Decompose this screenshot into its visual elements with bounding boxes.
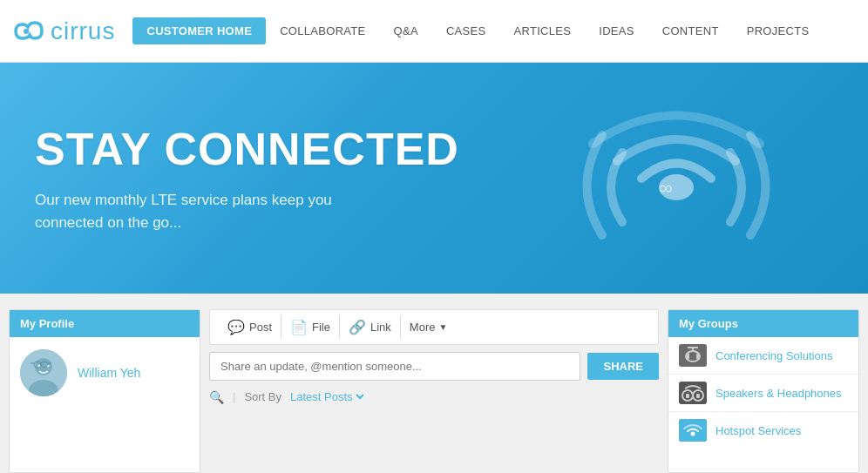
sort-row: 🔍 | Sort By Latest Posts	[209, 389, 659, 404]
feed-panel: 💬 Post 📄 File 🔗 Link More ▼ SHARE 🔍 | So	[209, 309, 659, 473]
svg-rect-20	[696, 394, 700, 398]
group-icon	[679, 419, 707, 442]
profile-panel: My Profile William Yeh	[9, 309, 200, 473]
group-item[interactable]: Hotspot Services	[668, 412, 858, 449]
nav-item-cases[interactable]: CASES	[432, 17, 500, 44]
groups-panel-header: My Groups	[668, 310, 858, 337]
share-button[interactable]: SHARE	[587, 353, 659, 380]
nav-item-q-a[interactable]: Q&A	[380, 17, 432, 44]
hero-text: STAY CONNECTED Our new monthly LTE servi…	[35, 123, 459, 233]
link-button[interactable]: 🔗 Link	[340, 315, 401, 339]
nav-item-projects[interactable]: PROJECTS	[733, 17, 824, 44]
groups-panel: My Groups Conferencing SolutionsSpeakers…	[668, 309, 859, 473]
logo-text: cirrus	[51, 17, 115, 45]
hero-graphic: ∞	[554, 83, 798, 274]
svg-rect-19	[686, 394, 689, 398]
avatar	[20, 349, 67, 396]
group-name[interactable]: Speakers & Headphones	[715, 387, 842, 400]
group-name[interactable]: Hotspot Services	[715, 424, 801, 437]
sort-label: Sort By	[244, 390, 281, 403]
nav-item-customer-home[interactable]: CUSTOMER HOME	[132, 17, 266, 44]
svg-point-0	[24, 29, 29, 34]
nav-item-content[interactable]: CONTENT	[648, 17, 733, 44]
hero-title: STAY CONNECTED	[35, 123, 459, 175]
user-name[interactable]: William Yeh	[78, 366, 140, 380]
header: cirrus CUSTOMER HOMECOLLABORATEQ&ACASESA…	[0, 0, 868, 63]
logo: cirrus	[9, 17, 115, 45]
sort-select[interactable]: Latest Posts	[287, 389, 367, 404]
post-icon: 💬	[227, 319, 245, 335]
nav-item-ideas[interactable]: IDEAS	[585, 17, 648, 44]
share-input[interactable]	[209, 352, 580, 381]
nav-item-articles[interactable]: ARTICLES	[499, 17, 585, 44]
nav-item-collaborate[interactable]: COLLABORATE	[266, 17, 379, 44]
share-row: SHARE	[209, 352, 659, 381]
hero-banner: STAY CONNECTED Our new monthly LTE servi…	[0, 63, 868, 294]
link-label: Link	[370, 321, 391, 334]
file-button[interactable]: 📄 File	[281, 315, 340, 339]
svg-rect-13	[696, 353, 700, 360]
group-item[interactable]: Conferencing Solutions	[668, 337, 858, 375]
link-icon: 🔗	[349, 319, 366, 335]
profile-panel-body: William Yeh	[10, 337, 200, 409]
post-button[interactable]: 💬 Post	[219, 315, 281, 339]
main-nav: CUSTOMER HOMECOLLABORATEQ&ACASESARTICLES…	[132, 17, 823, 44]
feed-actions-bar: 💬 Post 📄 File 🔗 Link More ▼	[209, 309, 659, 345]
file-icon: 📄	[290, 319, 308, 335]
more-label: More	[410, 321, 436, 334]
file-label: File	[312, 321, 330, 334]
more-button[interactable]: More ▼	[401, 317, 457, 337]
search-icon: 🔍	[209, 390, 224, 404]
group-item[interactable]: Speakers & Headphones	[668, 375, 858, 412]
hero-subtitle: Our new monthly LTE service plans keep y…	[35, 189, 401, 233]
svg-point-22	[691, 432, 695, 436]
more-arrow-icon: ▼	[438, 322, 447, 332]
bottom-section: My Profile William Yeh	[0, 294, 868, 473]
svg-rect-12	[686, 353, 689, 360]
profile-panel-header: My Profile	[10, 310, 200, 337]
logo-icon	[9, 19, 44, 44]
post-label: Post	[249, 321, 272, 334]
svg-text:∞: ∞	[659, 177, 673, 199]
group-icon	[679, 344, 707, 367]
group-icon	[679, 382, 707, 404]
svg-rect-21	[679, 419, 707, 442]
group-name[interactable]: Conferencing Solutions	[715, 349, 832, 362]
